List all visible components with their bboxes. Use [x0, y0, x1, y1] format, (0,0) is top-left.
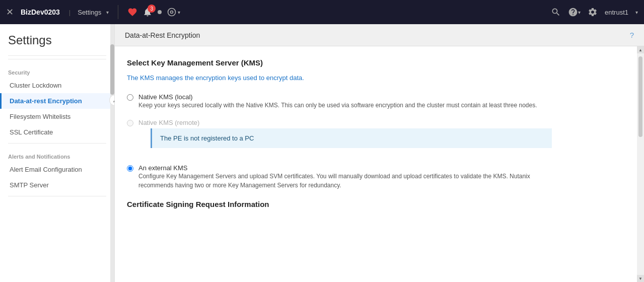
alerts-section-label: Alerts and Notifications: [0, 147, 114, 162]
content-area: Select Key Management Server (KMS) The K…: [115, 46, 637, 282]
gear-icon[interactable]: [588, 7, 598, 17]
header-help-icon[interactable]: ?: [630, 31, 634, 39]
content-wrapper: Select Key Management Server (KMS) The K…: [115, 46, 644, 282]
sidebar-item-alert-email-config[interactable]: Alert Email Configuration: [0, 162, 114, 177]
app-name: BizDev0203: [21, 8, 60, 16]
kms-local-desc: Keep your keys secured locally with the …: [138, 101, 552, 110]
kms-remote-info-box: The PE is not registered to a PC: [151, 128, 552, 148]
help-icon[interactable]: ▾: [568, 7, 581, 17]
kms-local-label[interactable]: Native KMS (local): [138, 93, 193, 101]
search-icon[interactable]: [551, 7, 561, 17]
cert-section-title: Certificate Signing Request Information: [127, 200, 552, 208]
sidebar-divider-1: [8, 55, 106, 56]
kms-section-desc: The KMS manages the encryption keys used…: [127, 73, 552, 83]
radio-native-remote[interactable]: [127, 120, 133, 126]
kms-option-remote-content: Native KMS (remote) The PE is not regist…: [138, 119, 552, 155]
kms-option-native-local: Native KMS (local) Keep your keys secure…: [127, 93, 552, 110]
scroll-thumb: [638, 56, 642, 137]
main-content-area: Data-at-Rest Encryption ? Select Key Man…: [115, 24, 644, 282]
sidebar-item-cluster-lockdown[interactable]: Cluster Lockdown: [0, 78, 114, 93]
svg-point-0: [168, 9, 176, 16]
user-label[interactable]: entrust1: [605, 9, 628, 16]
nav-section[interactable]: Settings: [78, 9, 101, 16]
scroll-down-button[interactable]: ▼: [637, 275, 644, 282]
scroll-up-button[interactable]: ▲: [637, 46, 644, 53]
kms-option-external-content: An external KMS Configure Key Management…: [138, 164, 552, 190]
kms-external-desc: Configure Key Management Servers and upl…: [138, 172, 552, 190]
page-header-title: Data-at-Rest Encryption: [125, 31, 200, 39]
sidebar-divider-4: [8, 196, 106, 196]
radio-external-kms-wrap[interactable]: [127, 165, 133, 173]
top-nav: ✕ BizDev0203 | Settings ▾ 3 ▾ ▾ entrust1: [0, 0, 644, 24]
scroll-track: ▲ ▼: [637, 46, 644, 282]
sidebar-divider-3: [8, 143, 106, 144]
radio-native-local[interactable]: [127, 94, 133, 101]
kms-option-native-remote: Native KMS (remote) The PE is not regist…: [127, 119, 552, 155]
bell-badge: 3: [148, 5, 156, 13]
kms-option-local-content: Native KMS (local) Keep your keys secure…: [138, 93, 552, 110]
sidebar-item-ssl-certificate[interactable]: SSL Certificate: [0, 124, 114, 140]
nav-section-dropdown[interactable]: ▾: [106, 10, 109, 15]
nav-sep-1: [118, 5, 118, 19]
sidebar-title: Settings: [0, 24, 114, 52]
kms-option-external: An external KMS Configure Key Management…: [127, 164, 552, 190]
radio-external-kms[interactable]: [127, 165, 133, 172]
kms-remote-label: Native KMS (remote): [138, 119, 199, 126]
user-dropdown-arrow[interactable]: ▾: [635, 10, 638, 15]
main-layout: Settings ▲ Security Cluster Lockdown Dat…: [0, 24, 644, 282]
sidebar-divider-2: [8, 59, 106, 59]
bell-icon[interactable]: 3: [142, 7, 153, 17]
inner-content: Select Key Management Server (KMS) The K…: [115, 46, 568, 221]
sidebar-item-smtp-server[interactable]: SMTP Server: [0, 177, 114, 193]
nav-divider: |: [69, 9, 70, 16]
kms-section-title: Select Key Management Server (KMS): [127, 58, 552, 67]
nav-right: ▾ entrust1 ▾: [551, 7, 638, 17]
page-header: Data-at-Rest Encryption ?: [115, 24, 644, 46]
sidebar-item-data-at-rest-encryption[interactable]: Data-at-rest Encryption: [0, 93, 114, 109]
health-icon[interactable]: [127, 7, 137, 17]
sidebar: Settings ▲ Security Cluster Lockdown Dat…: [0, 24, 115, 282]
radio-native-local-wrap[interactable]: [127, 94, 133, 102]
kms-external-label[interactable]: An external KMS: [138, 164, 188, 172]
cluster-icon[interactable]: ▾: [167, 7, 180, 17]
status-dot: [158, 10, 162, 14]
close-icon[interactable]: ✕: [6, 7, 14, 18]
sidebar-scroll-track: [110, 24, 114, 282]
svg-point-1: [171, 11, 173, 14]
sidebar-scroll-thumb: [110, 44, 114, 95]
radio-native-remote-wrap[interactable]: [127, 120, 133, 128]
sidebar-item-filesystem-whitelists[interactable]: Filesystem Whitelists: [0, 109, 114, 124]
security-section-label: Security: [0, 62, 114, 78]
